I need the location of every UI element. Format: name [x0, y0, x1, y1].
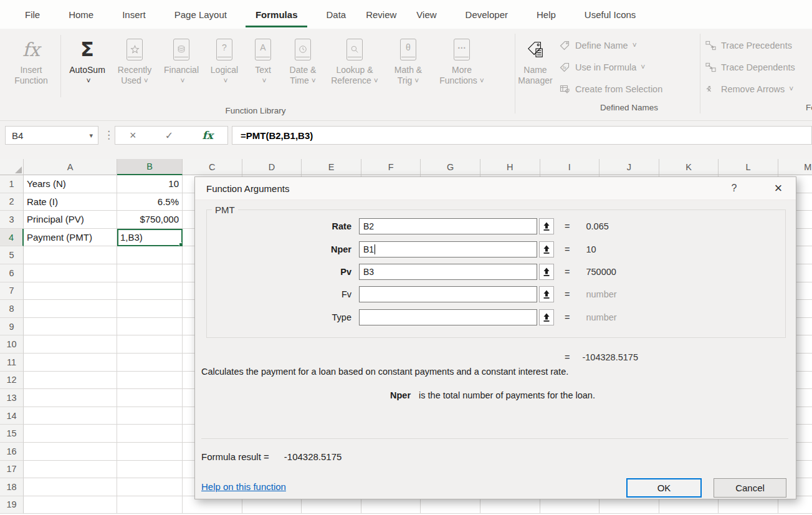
row-header-6[interactable]: 6: [0, 264, 24, 282]
cell-B15[interactable]: [117, 425, 183, 443]
row-header-19[interactable]: 19: [0, 496, 24, 514]
cell-B1[interactable]: 10: [117, 175, 183, 193]
fill-handle[interactable]: [179, 243, 183, 246]
row-header-12[interactable]: 12: [0, 372, 24, 390]
cell-B9[interactable]: [117, 318, 183, 336]
cell-B7[interactable]: [117, 282, 183, 301]
autosum-button[interactable]: Σ AutoSum ˅: [64, 30, 110, 101]
row-header-2[interactable]: 2: [0, 193, 24, 211]
cell-A6[interactable]: [24, 264, 117, 282]
row-header-1[interactable]: 1: [0, 175, 24, 193]
nper-argument-input[interactable]: B1: [359, 241, 537, 258]
cell-A14[interactable]: [24, 407, 117, 425]
name-box[interactable]: B4 ▾: [5, 126, 98, 145]
column-header-F[interactable]: F: [361, 159, 421, 175]
row-header-18[interactable]: 18: [0, 478, 24, 496]
cell-B2[interactable]: 6.5%: [117, 193, 183, 211]
cell-A16[interactable]: [24, 443, 117, 461]
range-select-button[interactable]: [539, 218, 554, 234]
rate-argument-input[interactable]: B2: [359, 218, 537, 234]
cell-A2[interactable]: Rate (I): [24, 193, 117, 211]
cell-B4[interactable]: 1,B3): [117, 229, 183, 247]
column-header-H[interactable]: H: [480, 159, 540, 175]
range-select-button[interactable]: [539, 264, 554, 280]
tab-help[interactable]: Help: [527, 2, 566, 27]
tab-useful-icons[interactable]: Useful Icons: [575, 2, 646, 27]
help-on-function-link[interactable]: Help on this function: [201, 481, 286, 492]
formula-input[interactable]: =PMT(B2,B1,B3): [232, 126, 812, 145]
column-header-I[interactable]: I: [540, 159, 600, 175]
cell-A10[interactable]: [24, 335, 117, 354]
row-header-13[interactable]: 13: [0, 389, 24, 407]
cell-A9[interactable]: [24, 318, 117, 336]
row-header-9[interactable]: 9: [0, 318, 24, 336]
ok-button[interactable]: OK: [626, 478, 702, 498]
confirm-entry-icon[interactable]: ✓: [165, 130, 173, 142]
column-header-G[interactable]: G: [421, 159, 480, 175]
row-header-10[interactable]: 10: [0, 335, 24, 354]
column-header-L[interactable]: L: [719, 159, 778, 175]
type-argument-input[interactable]: [359, 309, 537, 325]
cell-B17[interactable]: [117, 461, 183, 479]
formula-bar-grip-icon[interactable]: ⋮: [103, 128, 114, 142]
column-header-K[interactable]: K: [659, 159, 719, 175]
name-box-dropdown-icon[interactable]: ▾: [89, 132, 98, 140]
cell-B8[interactable]: [117, 300, 183, 318]
row-header-14[interactable]: 14: [0, 407, 24, 425]
row-header-8[interactable]: 8: [0, 300, 24, 318]
cell-A13[interactable]: [24, 389, 117, 407]
row-header-15[interactable]: 15: [0, 425, 24, 443]
cell-B14[interactable]: [117, 407, 183, 425]
tab-developer[interactable]: Developer: [456, 2, 518, 27]
cell-A15[interactable]: [24, 425, 117, 443]
cell-A3[interactable]: Principal (PV): [24, 211, 117, 229]
column-header-A[interactable]: A: [24, 159, 117, 175]
cell-A7[interactable]: [24, 282, 117, 301]
cancel-button[interactable]: Cancel: [714, 478, 786, 498]
cell-B3[interactable]: $750,000: [117, 211, 183, 229]
range-select-button[interactable]: [539, 241, 554, 258]
row-header-16[interactable]: 16: [0, 443, 24, 461]
row-header-11[interactable]: 11: [0, 354, 24, 372]
cell-B5[interactable]: [117, 246, 183, 264]
cell-A1[interactable]: Years (N): [24, 175, 117, 193]
row-header-7[interactable]: 7: [0, 282, 24, 301]
cell-A17[interactable]: [24, 461, 117, 479]
dialog-title-bar[interactable]: Function Arguments: [195, 177, 796, 200]
cell-B10[interactable]: [117, 335, 183, 354]
cell-A5[interactable]: [24, 246, 117, 264]
cell-B13[interactable]: [117, 389, 183, 407]
cell-B6[interactable]: [117, 264, 183, 282]
cell-A18[interactable]: [24, 478, 117, 496]
insert-function-fx-icon[interactable]: fx: [202, 129, 213, 142]
row-header-3[interactable]: 3: [0, 211, 24, 229]
tab-insert[interactable]: Insert: [112, 2, 156, 27]
cell-A4[interactable]: Payment (PMT): [24, 229, 117, 247]
tab-file[interactable]: File: [15, 2, 50, 27]
range-select-button[interactable]: [539, 286, 554, 302]
tab-data[interactable]: Data: [316, 2, 356, 27]
cell-B18[interactable]: [117, 478, 183, 496]
cell-B16[interactable]: [117, 443, 183, 461]
row-header-17[interactable]: 17: [0, 461, 24, 479]
pv-argument-input[interactable]: B3: [359, 264, 537, 280]
row-header-5[interactable]: 5: [0, 246, 24, 264]
cell-B11[interactable]: [117, 354, 183, 372]
tab-formulas[interactable]: Formulas: [246, 2, 308, 27]
tab-view[interactable]: View: [406, 2, 446, 27]
tab-home[interactable]: Home: [59, 2, 103, 27]
cell-A11[interactable]: [24, 354, 117, 372]
dialog-close-icon[interactable]: ×: [770, 180, 787, 197]
column-header-D[interactable]: D: [242, 159, 302, 175]
cancel-entry-icon[interactable]: ×: [130, 129, 136, 142]
cell-B12[interactable]: [117, 372, 183, 390]
tab-page-layout[interactable]: Page Layout: [165, 2, 237, 27]
column-header-M[interactable]: M: [778, 159, 812, 175]
fv-argument-input[interactable]: [359, 286, 537, 302]
cell-B19[interactable]: [117, 496, 183, 514]
cell-A19[interactable]: [24, 496, 117, 514]
column-header-E[interactable]: E: [302, 159, 361, 175]
range-select-button[interactable]: [539, 309, 554, 325]
cell-A12[interactable]: [24, 372, 117, 390]
column-header-J[interactable]: J: [599, 159, 659, 175]
